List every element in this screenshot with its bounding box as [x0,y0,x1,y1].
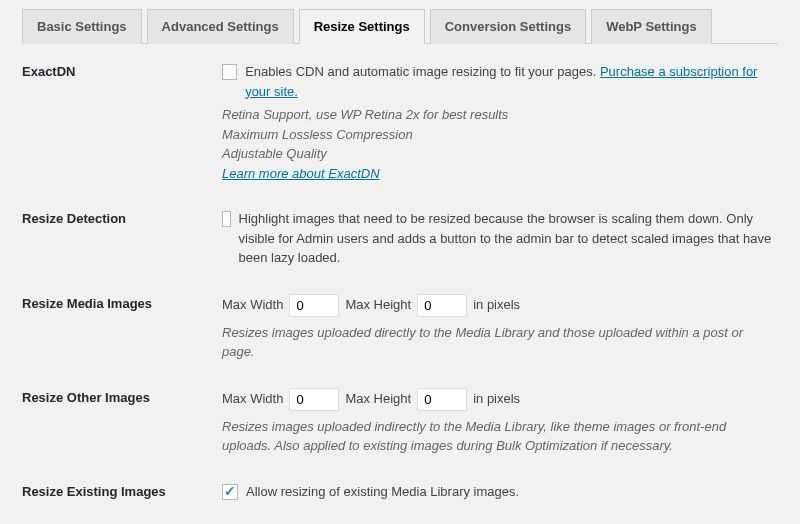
media-max-width-input[interactable] [289,294,339,317]
exactdn-checkbox[interactable] [222,64,237,80]
exactdn-label: ExactDN [22,62,222,79]
exactdn-content: Enables CDN and automatic image resizing… [222,62,778,183]
media-max-height-label: Max Height [345,295,411,315]
resize-other-content: Max Width Max Height in pixels Resizes i… [222,388,778,456]
media-max-width-label: Max Width [222,295,283,315]
row-exactdn: ExactDN Enables CDN and automatic image … [22,62,778,183]
resize-other-label: Resize Other Images [22,388,222,405]
row-resize-existing: Resize Existing Images Allow resizing of… [22,482,778,502]
tab-webp-settings[interactable]: WebP Settings [591,9,712,44]
resize-detection-label: Resize Detection [22,209,222,226]
settings-tabs: Basic Settings Advanced Settings Resize … [22,8,778,44]
row-resize-media: Resize Media Images Max Width Max Height… [22,294,778,362]
resize-media-content: Max Width Max Height in pixels Resizes i… [222,294,778,362]
other-max-width-label: Max Width [222,389,283,409]
resize-existing-content: Allow resizing of existing Media Library… [222,482,778,502]
row-resize-other: Resize Other Images Max Width Max Height… [22,388,778,456]
tab-advanced-settings[interactable]: Advanced Settings [147,9,294,44]
tab-basic-settings[interactable]: Basic Settings [22,9,142,44]
resize-existing-checkbox[interactable] [222,484,238,500]
exactdn-checkbox-text: Enables CDN and automatic image resizing… [245,64,600,79]
resize-detection-text: Highlight images that need to be resized… [239,209,778,268]
other-max-height-input[interactable] [417,388,467,411]
exactdn-text: Enables CDN and automatic image resizing… [245,62,778,101]
exactdn-quality-desc: Adjustable Quality [222,144,778,164]
tab-resize-settings[interactable]: Resize Settings [299,9,425,44]
row-resize-detection: Resize Detection Highlight images that n… [22,209,778,268]
other-max-width-input[interactable] [289,388,339,411]
other-units: in pixels [473,389,520,409]
exactdn-lossless-desc: Maximum Lossless Compression [222,125,778,145]
resize-existing-label: Resize Existing Images [22,482,222,499]
exactdn-retina-desc: Retina Support, use WP Retina 2x for bes… [222,105,778,125]
tab-conversion-settings[interactable]: Conversion Settings [430,9,586,44]
media-max-height-input[interactable] [417,294,467,317]
other-max-height-label: Max Height [345,389,411,409]
resize-media-desc: Resizes images uploaded directly to the … [222,323,778,362]
resize-other-desc: Resizes images uploaded indirectly to th… [222,417,778,456]
settings-form: ExactDN Enables CDN and automatic image … [22,62,778,524]
media-units: in pixels [473,295,520,315]
resize-detection-checkbox[interactable] [222,211,231,227]
exactdn-learn-more-link[interactable]: Learn more about ExactDN [222,166,380,181]
resize-detection-content: Highlight images that need to be resized… [222,209,778,268]
resize-media-label: Resize Media Images [22,294,222,311]
resize-existing-text: Allow resizing of existing Media Library… [246,482,519,502]
